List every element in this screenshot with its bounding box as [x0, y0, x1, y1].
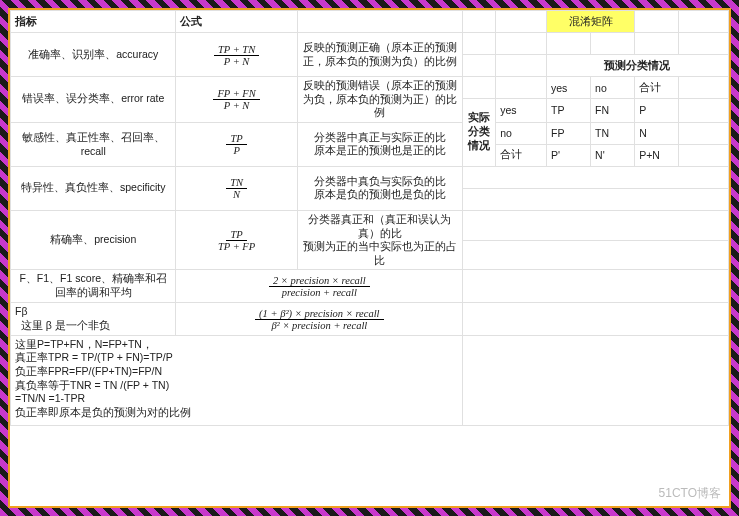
- fbeta-note: 这里 β 是一个非负: [21, 319, 110, 331]
- conf-c0: yes: [546, 77, 590, 99]
- metric-name: 特异性、真负性率、specificity: [11, 166, 176, 210]
- notes-text: 这里P=TP+FN，N=FP+TN， 真正率TPR = TP/(TP + FN)…: [11, 335, 463, 425]
- conf-r2-lbl: 合计: [496, 144, 547, 166]
- conf-r2-2: N': [591, 144, 635, 166]
- metrics-table: 指标 公式 混淆矩阵 准确率、识别率、accuracy TP + TNP + N…: [10, 10, 729, 426]
- formula-cell: TNN: [176, 166, 297, 210]
- conf-r2-1: P': [546, 144, 590, 166]
- desc: 反映的预测正确（原本正的预测正，原本负的预测为负）的比例: [297, 33, 462, 77]
- formula-cell: TPTP + FP: [176, 210, 297, 270]
- spreadsheet: 指标 公式 混淆矩阵 准确率、识别率、accuracy TP + TNP + N…: [8, 8, 731, 508]
- desc: 分类器真正和（真正和误认为真）的比 预测为正的当中实际也为正的占比: [297, 210, 462, 270]
- row-notes: 这里P=TP+FN，N=FP+TN， 真正率TPR = TP/(TP + FN)…: [11, 335, 729, 425]
- conf-r2-3: P+N: [635, 144, 679, 166]
- col-metric: 指标: [11, 11, 176, 33]
- conf-c1: no: [591, 77, 635, 99]
- row-accuracy: 准确率、识别率、accuracy TP + TNP + N 反映的预测正确（原本…: [11, 33, 729, 55]
- formula-cell: TP + TNP + N: [176, 33, 297, 77]
- row-recall: 敏感性、真正性率、召回率、recall TPP 分类器中真正与实际正的比 原本是…: [11, 122, 729, 144]
- fbeta-label: Fβ: [15, 305, 27, 317]
- col-formula: 公式: [176, 11, 297, 33]
- pred-header: 预测分类情况: [546, 55, 728, 77]
- desc: 分类器中真正与实际正的比 原本是正的预测也是正的比: [297, 122, 462, 166]
- conf-c2: 合计: [635, 77, 679, 99]
- conf-r0-2: FN: [591, 99, 635, 123]
- row-error-rate: 错误率、误分类率、error rate FP + FNP + N 反映的预测错误…: [11, 77, 729, 99]
- metric-name: 错误率、误分类率、error rate: [11, 77, 176, 123]
- metric-name: 精确率、precision: [11, 210, 176, 270]
- metric-name: 敏感性、真正性率、召回率、recall: [11, 122, 176, 166]
- formula-cell: FP + FNP + N: [176, 77, 297, 123]
- conf-r0-lbl: yes: [496, 99, 547, 123]
- formula-cell: TPP: [176, 122, 297, 166]
- desc: 分类器中真负与实际负的比 原本是负的预测也是负的比: [297, 166, 462, 210]
- conf-r1-2: TN: [591, 122, 635, 144]
- conf-r1-3: N: [635, 122, 679, 144]
- desc: 反映的预测错误（原本正的预测为负，原本负的预测为正）的比例: [297, 77, 462, 123]
- metric-name: F、F1、F1 score、精确率和召回率的调和平均: [11, 270, 176, 303]
- row-fbeta: Fβ 这里 β 是一个非负 (1 + β²) × precision × rec…: [11, 303, 729, 335]
- metric-name: 准确率、识别率、accuracy: [11, 33, 176, 77]
- row-specificity: 特异性、真负性率、specificity TNN 分类器中真负与实际负的比 原本…: [11, 166, 729, 188]
- watermark: 51CTO博客: [659, 485, 721, 502]
- conf-r0-1: TP: [546, 99, 590, 123]
- actual-header: 实际分类情况: [463, 99, 496, 167]
- confusion-title: 混淆矩阵: [546, 11, 634, 33]
- conf-r1-lbl: no: [496, 122, 547, 144]
- conf-r0-3: P: [635, 99, 679, 123]
- formula-cell: (1 + β²) × precision × recallβ² × precis…: [176, 303, 463, 335]
- row-f1: F、F1、F1 score、精确率和召回率的调和平均 2 × precision…: [11, 270, 729, 303]
- header-row: 指标 公式 混淆矩阵: [11, 11, 729, 33]
- row-precision: 精确率、precision TPTP + FP 分类器真正和（真正和误认为真）的…: [11, 210, 729, 240]
- conf-r1-1: FP: [546, 122, 590, 144]
- formula-cell: 2 × precision × recallprecision + recall: [176, 270, 463, 303]
